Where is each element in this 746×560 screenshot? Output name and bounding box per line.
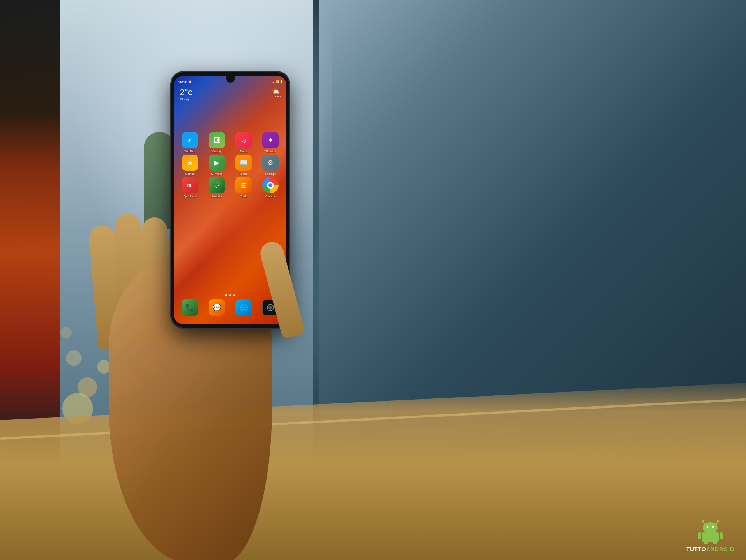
logo-suffix: ANDROID <box>706 546 734 552</box>
weather-city-widget: ⛅ Cuneo <box>271 87 281 98</box>
app-label-music: Music <box>240 150 248 153</box>
plant-bg <box>144 132 175 229</box>
phone-dock: 📞 💬 🌐 <box>177 299 283 316</box>
dock-icon-browser: 🌐 <box>235 299 252 316</box>
app-label-reader: Reader <box>239 172 249 176</box>
alarm-icon: ⏰ <box>188 80 192 83</box>
weather-temperature: 2°c <box>180 87 192 97</box>
app-settings[interactable]: ⚙ Settings <box>258 155 283 176</box>
app-icon-games: ★ <box>182 155 198 171</box>
app-grid: 2° Weather 🖼 Gallery ♫ Music <box>177 132 283 198</box>
app-icon-settings: ⚙ <box>262 155 279 171</box>
weather-city-name: Cuneo <box>271 95 281 98</box>
dock-browser[interactable]: 🌐 <box>231 299 256 316</box>
app-icon-reader: 📖 <box>235 155 252 171</box>
app-security[interactable]: 🛡 Security <box>204 177 229 198</box>
dot-3 <box>233 294 235 296</box>
dock-phone[interactable]: 📞 <box>177 299 202 316</box>
svg-point-2 <box>702 520 704 522</box>
app-games[interactable]: ★ Games <box>177 155 202 176</box>
app-chrome[interactable]: Chrome <box>258 177 283 198</box>
app-icon-appstore: mi <box>182 177 198 193</box>
svg-rect-8 <box>698 532 701 539</box>
app-label-games: Games <box>185 172 195 176</box>
status-left: 16:12 ⏰ <box>178 80 192 84</box>
app-label-settings: Settings <box>265 172 276 176</box>
battery-icon: ▉ <box>281 80 282 83</box>
app-label-tools: Tools <box>240 195 247 198</box>
app-icon-tools: ⊞ <box>235 177 252 193</box>
app-label-weather: Weather <box>185 150 195 153</box>
svg-point-6 <box>712 526 714 528</box>
app-icon-music: ♫ <box>235 132 252 148</box>
app-music[interactable]: ♫ Music <box>231 132 256 153</box>
dot-1 <box>225 294 227 296</box>
svg-rect-7 <box>702 532 719 542</box>
weather-city-icon: ⛅ <box>271 87 281 95</box>
app-label-gallery: Gallery <box>212 150 221 153</box>
app-themes[interactable]: ✦ Themes <box>258 132 283 153</box>
dot-2 <box>229 294 231 296</box>
app-icon-gallery: 🖼 <box>209 132 225 148</box>
svg-rect-11 <box>713 541 717 544</box>
app-icon-chrome <box>262 177 279 193</box>
app-tools[interactable]: ⊞ Tools <box>231 177 256 198</box>
logo-text-area: TUTTO ANDROID <box>686 546 734 552</box>
app-mivideo[interactable]: ▶ Mi Video <box>204 155 229 176</box>
bokeh-5 <box>66 350 82 366</box>
svg-rect-10 <box>704 541 708 544</box>
app-weather[interactable]: 2° Weather <box>177 132 202 153</box>
dock-messages[interactable]: 💬 <box>204 299 229 316</box>
svg-point-5 <box>706 526 708 528</box>
app-label-security: Security <box>211 195 222 198</box>
logo-area: TUTTO ANDROID <box>686 519 734 552</box>
dock-icon-messages: 💬 <box>209 299 225 316</box>
wifi-icon: 📶 <box>276 80 279 83</box>
bokeh-2 <box>78 377 97 397</box>
android-bot-icon <box>696 519 725 544</box>
app-gallery[interactable]: 🖼 Gallery <box>204 132 229 153</box>
page-dots <box>174 294 286 296</box>
app-label-appstore: App Store <box>183 195 196 198</box>
logo-prefix: TUTTO <box>686 546 706 552</box>
weather-condition: Cloudy <box>180 97 192 101</box>
app-icon-weather: 2° <box>182 132 198 148</box>
app-label-themes: Themes <box>265 150 276 153</box>
app-reader[interactable]: 📖 Reader <box>231 155 256 176</box>
app-icon-mivideo: ▶ <box>209 155 225 171</box>
app-appstore[interactable]: mi App Store <box>177 177 202 198</box>
status-time: 16:12 <box>178 80 187 84</box>
svg-point-4 <box>703 522 718 533</box>
app-label-mivideo: Mi Video <box>211 172 222 176</box>
status-right: ▲ 📶 ▉ <box>272 80 282 83</box>
app-icon-security: 🛡 <box>209 177 225 193</box>
bokeh-7 <box>60 327 72 339</box>
app-label-chrome: Chrome <box>265 195 276 198</box>
dock-icon-phone: 📞 <box>182 299 198 316</box>
weather-widget: 2°c Cloudy <box>180 87 192 101</box>
app-icon-themes: ✦ <box>262 132 279 148</box>
svg-rect-9 <box>720 532 723 539</box>
signal-icon: ▲ <box>272 81 275 83</box>
svg-point-3 <box>717 520 719 522</box>
